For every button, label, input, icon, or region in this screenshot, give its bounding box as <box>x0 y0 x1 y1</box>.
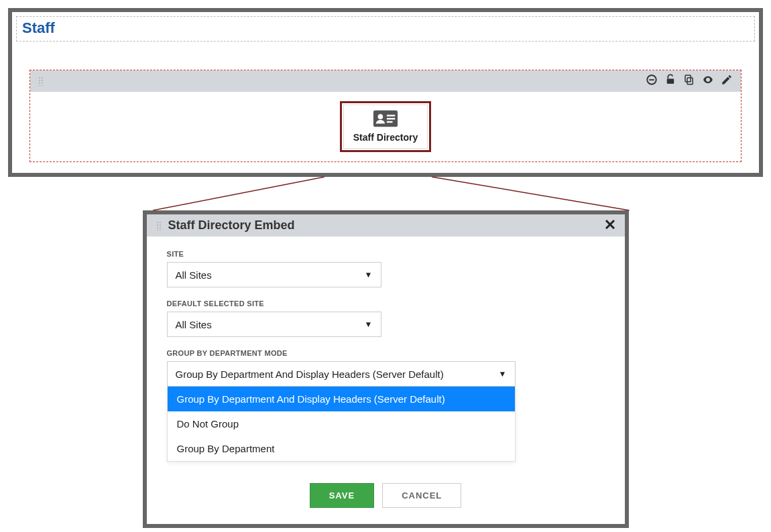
chevron-down-icon: ▼ <box>365 320 373 329</box>
default-site-select[interactable]: All Sites ▼ <box>167 312 381 337</box>
widget-label: Staff Directory <box>353 132 418 143</box>
group-mode-select[interactable]: Group By Department And Display Headers … <box>167 361 516 387</box>
default-site-select-value: All Sites <box>176 319 212 330</box>
staff-directory-widget[interactable]: Staff Directory <box>340 101 431 152</box>
modal-title: Staff Directory Embed <box>168 218 605 232</box>
svg-line-12 <box>432 177 630 210</box>
modal-footer: SAVE CANCEL <box>167 483 605 508</box>
site-label: SITE <box>167 250 605 258</box>
editor-panel: Staff <box>8 8 763 177</box>
group-mode-option[interactable]: Do Not Group <box>168 411 515 436</box>
chevron-down-icon: ▼ <box>499 369 507 379</box>
visibility-icon[interactable] <box>702 74 714 88</box>
content-toolbar <box>30 70 741 92</box>
save-button[interactable]: SAVE <box>310 483 374 508</box>
svg-point-7 <box>378 114 383 119</box>
group-mode-option[interactable]: Group By Department <box>168 436 515 461</box>
chevron-down-icon: ▼ <box>365 270 373 279</box>
svg-rect-9 <box>387 118 395 119</box>
svg-rect-10 <box>387 121 393 123</box>
svg-rect-2 <box>667 79 674 84</box>
modal-drag-handle-icon[interactable] <box>156 221 162 230</box>
content-area: Staff Directory <box>29 70 742 162</box>
cancel-button[interactable]: CANCEL <box>382 483 461 508</box>
connector-lines <box>8 177 763 210</box>
unlock-icon[interactable] <box>664 74 676 88</box>
page-title-container: Staff <box>16 16 755 42</box>
group-mode-option[interactable]: Group By Department And Display Headers … <box>168 387 515 411</box>
modal-header: Staff Directory Embed <box>147 214 625 237</box>
page-title: Staff <box>22 19 749 37</box>
id-card-icon <box>373 109 398 128</box>
copy-icon[interactable] <box>683 74 695 88</box>
svg-rect-8 <box>387 115 395 116</box>
edit-icon[interactable] <box>721 74 733 88</box>
svg-line-11 <box>153 177 324 210</box>
staff-directory-embed-modal: Staff Directory Embed SITE All Sites ▼ D… <box>143 210 629 528</box>
group-mode-dropdown: Group By Department And Display Headers … <box>167 387 516 462</box>
content-body: Staff Directory <box>30 92 741 161</box>
group-mode-label: GROUP BY DEPARTMENT MODE <box>167 349 605 357</box>
svg-point-5 <box>707 79 709 81</box>
close-button[interactable] <box>605 219 615 232</box>
default-site-label: DEFAULT SELECTED SITE <box>167 300 605 308</box>
site-select[interactable]: All Sites ▼ <box>167 262 381 287</box>
svg-rect-4 <box>685 75 691 82</box>
svg-rect-3 <box>687 78 693 84</box>
toolbar-icons <box>646 74 733 88</box>
site-select-value: All Sites <box>176 269 212 281</box>
modal-body: SITE All Sites ▼ DEFAULT SELECTED SITE A… <box>147 237 625 524</box>
drag-handle-icon[interactable] <box>38 76 44 86</box>
remove-icon[interactable] <box>646 74 658 88</box>
svg-rect-1 <box>649 79 654 80</box>
group-mode-select-value: Group By Department And Display Headers … <box>176 369 444 380</box>
close-icon <box>605 219 615 230</box>
